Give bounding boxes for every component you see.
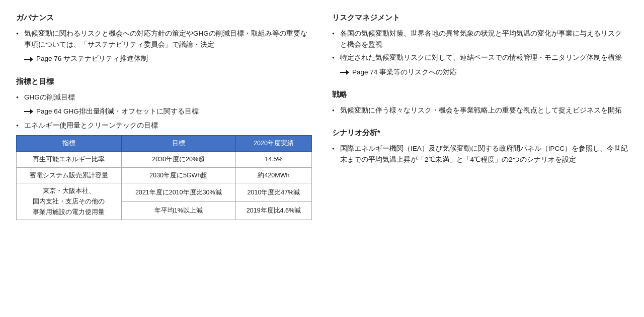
risk-bullets: 各国の気候変動対策、世界各地の異常気象の状況と平均気温の変化が事業に与えるリスク… [332,28,628,64]
table-cell-1-1: 再生可能エネルギー比率 [17,152,122,168]
table-header-result: 2020年度実績 [235,136,311,152]
governance-section: ガバナンス 気候変動に関わるリスクと機会への対応方針の策定やGHGの削減目標・取… [16,12,312,65]
page-layout: ガバナンス 気候変動に関わるリスクと機会への対応方針の策定やGHGの削減目標・取… [16,12,628,231]
table-cell-2-2: 2030年度に5GWh超 [121,167,235,183]
scenario-section: シナリオ分析* 国際エネルギー機関（IEA）及び気候変動に関する政府間パネル（I… [332,127,628,165]
governance-arrow-link[interactable]: Page 76 サステナビリティ推進体制 [16,53,312,64]
metrics-section: 指標と目標 GHGの削減目標 Page 64 GHG排出量削減・オフセットに関す… [16,76,312,220]
arrow-icon-2 [24,108,33,115]
arrow-icon-3 [340,69,349,76]
table-row-2: 蓄電システム販売累計容量 2030年度に5GWh超 約420MWh [17,167,312,183]
governance-arrow-text: Page 76 サステナビリティ推進体制 [36,53,148,64]
table-cell-3-2: 2021年度に2010年度比30%減 [121,183,235,201]
metrics-table: 指標 目標 2020年度実績 再生可能エネルギー比率 2030年度に20%超 1… [16,135,312,220]
metrics-arrow-text: Page 64 GHG排出量削減・オフセットに関する目標 [36,106,199,117]
metrics-bullets-2: エネルギー使用量とクリーンテックの目標 [16,120,312,131]
governance-title: ガバナンス [16,12,312,24]
strategy-section: 戦略 気候変動に伴う様々なリスク・機会を事業戦略上の重要な視点として捉えビジネス… [332,89,628,116]
table-cell-2-3: 約420MWh [235,167,311,183]
table-cell-3-3: 2010年度比47%減 [235,183,311,201]
governance-bullets: 気候変動に関わるリスクと機会への対応方針の策定やGHGの削減目標・取組み等の重要… [16,28,312,51]
metrics-title: 指標と目標 [16,76,312,88]
table-header-target: 目標 [121,136,235,152]
table-row-1: 再生可能エネルギー比率 2030年度に20%超 14.5% [17,152,312,168]
table-cell-4-3: 2019年度比4.6%減 [235,201,311,220]
metrics-bullet-1: GHGの削減目標 [16,92,312,103]
right-column: リスクマネジメント 各国の気候変動対策、世界各地の異常気象の状況と平均気温の変化… [332,12,628,231]
risk-arrow-text: Page 74 事業等のリスクへの対応 [352,67,457,78]
metrics-bullets: GHGの削減目標 [16,92,312,103]
scenario-title: シナリオ分析* [332,127,628,139]
table-cell-1-2: 2030年度に20%超 [121,152,235,168]
left-column: ガバナンス 気候変動に関わるリスクと機会への対応方針の策定やGHGの削減目標・取… [16,12,312,231]
table-header-indicator: 指標 [17,136,122,152]
risk-section: リスクマネジメント 各国の気候変動対策、世界各地の異常気象の状況と平均気温の変化… [332,12,628,78]
metrics-bullet-2: エネルギー使用量とクリーンテックの目標 [16,120,312,131]
table-row-3a: 東京・大阪本社、 国内支社・支店その他の 事業用施設の電力使用量 2021年度に… [17,183,312,201]
table-cell-1-3: 14.5% [235,152,311,168]
risk-arrow-link[interactable]: Page 74 事業等のリスクへの対応 [332,67,628,78]
risk-title: リスクマネジメント [332,12,628,24]
risk-bullet-2: 特定された気候変動リスクに対して、連結ベースでの情報管理・モニタリング体制を構築 [332,52,628,63]
governance-bullet-1: 気候変動に関わるリスクと機会への対応方針の策定やGHGの削減目標・取組み等の重要… [16,28,312,51]
metrics-arrow-link[interactable]: Page 64 GHG排出量削減・オフセットに関する目標 [16,106,312,117]
arrow-icon-1 [24,56,33,63]
table-cell-4-2: 年平均1%以上減 [121,201,235,220]
strategy-title: 戦略 [332,89,628,101]
strategy-bullet-1: 気候変動に伴う様々なリスク・機会を事業戦略上の重要な視点として捉えビジネスを開拓 [332,105,628,116]
risk-bullet-1: 各国の気候変動対策、世界各地の異常気象の状況と平均気温の変化が事業に与えるリスク… [332,28,628,51]
scenario-bullets: 国際エネルギー機関（IEA）及び気候変動に関する政府間パネル（IPCC）を参照し… [332,143,628,166]
scenario-bullet-1: 国際エネルギー機関（IEA）及び気候変動に関する政府間パネル（IPCC）を参照し… [332,143,628,166]
table-cell-3-1: 東京・大阪本社、 国内支社・支店その他の 事業用施設の電力使用量 [17,183,122,220]
strategy-bullets: 気候変動に伴う様々なリスク・機会を事業戦略上の重要な視点として捉えビジネスを開拓 [332,105,628,116]
table-cell-2-1: 蓄電システム販売累計容量 [17,167,122,183]
